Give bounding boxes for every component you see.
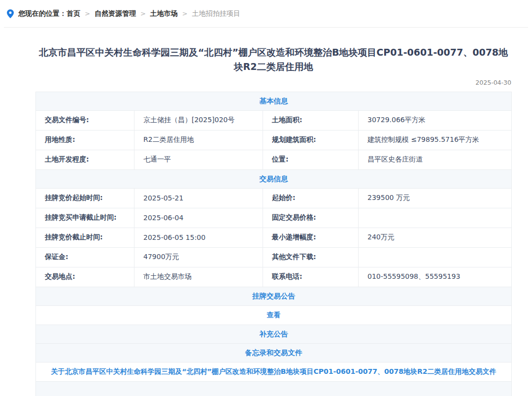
section-header-label: 挂牌交易公告 <box>36 287 512 305</box>
section-header-label: 交易信息 <box>36 169 512 188</box>
field-label: 保证金: <box>36 247 134 267</box>
field-value: 239500 万元 <box>359 188 512 208</box>
breadcrumb-item-current: 土地招拍挂项目 <box>192 9 240 18</box>
section-header-memo-docs: 备忘录和交易文件 <box>36 343 512 362</box>
field-label: 用地性质: <box>36 130 134 150</box>
field-label: 挂牌竞买申请截止时间: <box>36 208 134 228</box>
table-row: 保证金: 47900万元 其他文件下载: <box>36 247 512 267</box>
table-row: 用地性质: R2二类居住用地 规划建筑面积: 建筑控制规模 ≤79895.571… <box>36 130 512 150</box>
main-content: 北京市昌平区中关村生命科学园三期及“北四村”棚户区改造和环境整治B地块项目CP0… <box>35 45 511 396</box>
breadcrumb-separator: > <box>140 10 146 17</box>
table-row: 查看 <box>36 305 512 325</box>
field-value: 七通一平 <box>134 150 263 169</box>
table-row: 土地开发程度: 七通一平 位置: 昌平区史各庄街道 <box>36 150 512 169</box>
trade-document-link[interactable]: 关于北京市昌平区中关村生命科学园三期及“北四村”棚户区改造和环境整治B地块项目C… <box>51 367 496 375</box>
field-value: 2025-06-04 <box>134 208 263 228</box>
field-value: 240万元 <box>359 228 512 247</box>
field-label: 交易文件编号: <box>36 110 134 130</box>
breadcrumb: 您现在的位置： 首页 > 自然资源管理 > 土地市场 > 土地招拍挂项目 <box>0 0 532 27</box>
field-label: 起始价: <box>263 188 359 208</box>
section-header-listing-notice: 挂牌交易公告 <box>36 287 512 305</box>
section-header-label: 基本信息 <box>36 92 512 110</box>
table-row: 交易文件编号: 京土储挂（昌）[2025]020号 土地面积: 30729.06… <box>36 110 512 130</box>
field-value <box>359 247 512 267</box>
breadcrumb-item-home[interactable]: 首页 <box>66 9 80 18</box>
page-title: 北京市昌平区中关村生命科学园三期及“北四村”棚户区改造和环境整治B地块项目CP0… <box>35 45 511 74</box>
field-value: 30729.066平方米 <box>359 110 512 130</box>
breadcrumb-prefix: 您现在的位置： <box>18 9 66 18</box>
field-value: 2025-05-21 <box>134 188 263 208</box>
field-value: 市土地交易市场 <box>134 267 263 287</box>
field-label: 位置: <box>263 150 359 169</box>
section-header-label: 备忘录和交易文件 <box>36 343 512 362</box>
breadcrumb-item-natural-resources[interactable]: 自然资源管理 <box>95 9 136 18</box>
land-detail-table: 基本信息 交易文件编号: 京土储挂（昌）[2025]020号 土地面积: 307… <box>35 92 512 396</box>
field-label: 其他文件下载: <box>263 247 359 267</box>
field-value: 2025-06-05 15:00 <box>134 228 263 247</box>
section-header-partial <box>36 381 512 396</box>
field-value: 昌平区史各庄街道 <box>359 150 512 169</box>
publish-date: 2025-04-30 <box>35 79 511 86</box>
breadcrumb-item-land-market[interactable]: 土地市场 <box>150 9 178 18</box>
field-label: 规划建筑面积: <box>263 130 359 150</box>
field-value: 010-55595098、55595193 <box>359 267 512 287</box>
section-header-trade-info: 交易信息 <box>36 169 512 188</box>
field-value: 京土储挂（昌）[2025]020号 <box>134 110 263 130</box>
field-label: 土地面积: <box>263 110 359 130</box>
table-row: 挂牌竞买申请截止时间: 2025-06-04 固定交易价格: <box>36 208 512 228</box>
table-row: 交易地点: 市土地交易市场 联系电话: 010-55595098、5559519… <box>36 267 512 287</box>
field-label: 交易地点: <box>36 267 134 287</box>
table-row: 挂牌竞价截止时间: 2025-06-05 15:00 最小递增幅度: 240万元 <box>36 228 512 247</box>
field-value: 47900万元 <box>134 247 263 267</box>
field-value: 建筑控制规模 ≤79895.5716平方米 <box>359 130 512 150</box>
field-value <box>359 208 512 228</box>
breadcrumb-separator: > <box>85 10 90 17</box>
field-label: 固定交易价格: <box>263 208 359 228</box>
field-label: 土地开发程度: <box>36 150 134 169</box>
section-header-supplement-notice: 补充公告 <box>36 325 512 343</box>
field-value: R2二类居住用地 <box>134 130 263 150</box>
location-pin-icon <box>7 9 14 18</box>
section-header-label: 补充公告 <box>36 325 512 343</box>
table-row: 挂牌竞价起始时间: 2025-05-21 起始价: 239500 万元 <box>36 188 512 208</box>
section-header-basic-info: 基本信息 <box>36 92 512 110</box>
table-row: 关于北京市昌平区中关村生命科学园三期及“北四村”棚户区改造和环境整治B地块项目C… <box>36 362 512 381</box>
header-divider <box>4 27 528 28</box>
field-label: 联系电话: <box>263 267 359 287</box>
field-label: 挂牌竞价截止时间: <box>36 228 134 247</box>
field-label: 挂牌竞价起始时间: <box>36 188 134 208</box>
field-label: 最小递增幅度: <box>263 228 359 247</box>
breadcrumb-separator: > <box>182 10 188 17</box>
view-notice-link[interactable]: 查看 <box>267 311 281 319</box>
